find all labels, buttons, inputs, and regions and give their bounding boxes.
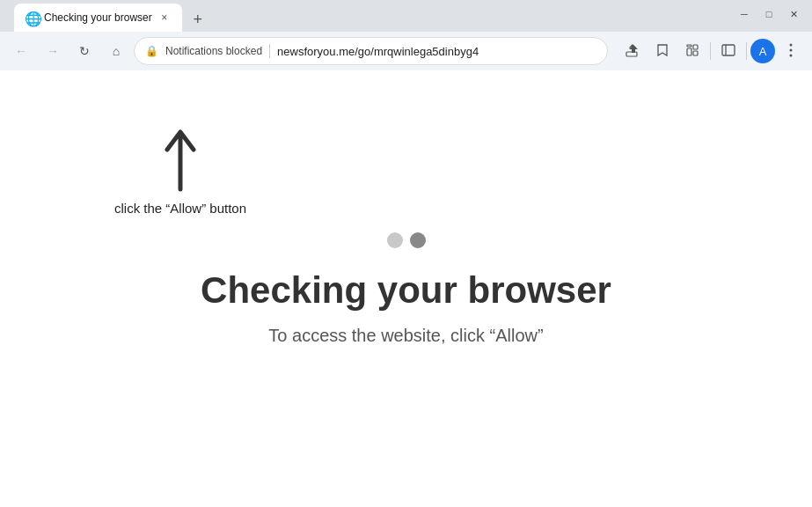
back-button[interactable]: ← <box>7 37 35 65</box>
svg-rect-3 <box>693 51 698 55</box>
refresh-button[interactable]: ↻ <box>70 37 99 65</box>
refresh-icon: ↻ <box>79 44 90 58</box>
sidebar-button[interactable] <box>714 37 743 65</box>
address-actions: A <box>618 37 805 65</box>
svg-point-7 <box>790 43 793 46</box>
url-input[interactable] <box>277 45 596 58</box>
share-button[interactable] <box>618 37 647 65</box>
tab-title: Checking your browser <box>44 11 152 24</box>
address-divider <box>269 44 270 58</box>
maximize-button[interactable]: □ <box>757 5 780 23</box>
svg-rect-5 <box>722 45 735 55</box>
arrow-container: click the “Allow” button <box>114 123 246 216</box>
nav-bar: ← → ↻ ⌂ 🔒 Notifications blocked <box>0 32 812 70</box>
back-icon: ← <box>15 44 27 58</box>
tab-close-button[interactable]: × <box>157 11 172 25</box>
home-icon: ⌂ <box>113 44 120 58</box>
toolbar-separator <box>710 42 711 60</box>
menu-icon <box>789 43 793 60</box>
loading-dots <box>387 232 426 248</box>
window-controls: ─ □ ✕ <box>733 5 805 23</box>
bookmark-button[interactable] <box>648 37 677 65</box>
loading-dot-1 <box>387 232 403 248</box>
active-tab[interactable]: 🌐 Checking your browser × <box>14 4 182 32</box>
home-button[interactable]: ⌂ <box>102 37 130 65</box>
profile-icon: A <box>759 45 767 58</box>
arrow-label: click the “Allow” button <box>114 201 246 216</box>
forward-icon: → <box>47 44 59 58</box>
tab-favicon: 🌐 <box>25 11 39 25</box>
share-icon <box>625 43 640 60</box>
sub-text: To access the website, click “Allow” <box>268 326 543 346</box>
minimize-button[interactable]: ─ <box>733 5 756 23</box>
svg-point-8 <box>790 48 793 51</box>
notifications-blocked-label: Notifications blocked <box>165 45 262 57</box>
loading-dot-2 <box>410 232 426 248</box>
menu-button[interactable] <box>777 37 805 65</box>
close-button[interactable]: ✕ <box>782 5 805 23</box>
main-heading: Checking your browser <box>201 269 611 312</box>
toolbar-separator-2 <box>746 42 747 60</box>
svg-rect-2 <box>693 45 698 49</box>
svg-point-9 <box>790 54 793 56</box>
address-bar[interactable]: 🔒 Notifications blocked <box>134 37 608 65</box>
page-content: click the “Allow” button Checking your b… <box>0 70 812 507</box>
svg-rect-1 <box>687 48 691 55</box>
browser-window: 🌐 Checking your browser × + ─ □ ✕ ← → ↻ … <box>0 0 812 507</box>
arrow-up-icon <box>158 123 202 194</box>
title-bar: 🌐 Checking your browser × + ─ □ ✕ <box>0 0 812 32</box>
sidebar-icon <box>721 43 735 60</box>
new-tab-button[interactable]: + <box>186 7 210 32</box>
forward-button[interactable]: → <box>39 37 67 65</box>
security-icon: 🔒 <box>145 45 158 57</box>
profile-button[interactable]: A <box>750 39 775 63</box>
tabs-bar: 🌐 Checking your browser × + <box>7 4 298 32</box>
extensions-button[interactable] <box>678 37 706 65</box>
bookmark-icon <box>655 43 669 60</box>
svg-rect-4 <box>687 45 691 47</box>
extensions-icon <box>685 43 699 60</box>
